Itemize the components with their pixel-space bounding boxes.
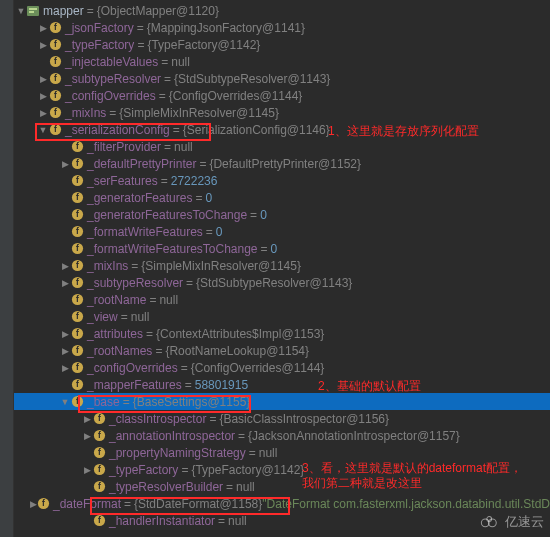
tree-row[interactable]: ▶f_typeFactory={TypeFactory@1142} [14, 36, 550, 53]
field-icon: f [48, 21, 62, 35]
svg-text:f: f [54, 90, 57, 100]
field-name: _propertyNamingStrategy [109, 446, 246, 460]
tree-row[interactable]: ▶f_mixIns={SimpleMixInResolver@1145} [14, 257, 550, 274]
chevron-right-icon[interactable]: ▶ [60, 363, 70, 373]
field-icon: f [70, 310, 84, 324]
tree-row[interactable]: f_view=null [14, 308, 550, 325]
tree-row[interactable]: ▶f_attributes={ContextAttributes$Impl@11… [14, 325, 550, 342]
tree-row[interactable]: ▼f_base={BaseSettings@1155} [14, 393, 550, 410]
tree-row[interactable]: f_formatWriteFeaturesToChange=0 [14, 240, 550, 257]
tree-row[interactable]: ▶f_subtypeResolver={StdSubtypeResolver@1… [14, 70, 550, 87]
chevron-right-icon[interactable]: ▶ [82, 431, 92, 441]
field-value: null [174, 140, 193, 154]
field-value: null [228, 514, 247, 528]
field-name: _generatorFeatures [87, 191, 192, 205]
chevron-right-icon[interactable]: ▶ [38, 40, 48, 50]
field-value: 58801915 [195, 378, 248, 392]
field-value: {SerializationConfig@1146} [183, 123, 330, 137]
field-value: {DefaultPrettyPrinter@1152} [209, 157, 361, 171]
field-icon: f [48, 38, 62, 52]
arrow-placeholder [82, 516, 92, 526]
field-value: null [159, 293, 178, 307]
field-icon: f [70, 140, 84, 154]
field-name: _configOverrides [87, 361, 178, 375]
arrow-placeholder [60, 380, 70, 390]
tree-row[interactable]: f_formatWriteFeatures=0 [14, 223, 550, 240]
tree-root-row[interactable]: ▼ mapper = {ObjectMapper@1120} [14, 2, 550, 19]
svg-text:f: f [98, 464, 101, 474]
svg-text:f: f [76, 345, 79, 355]
svg-text:f: f [76, 328, 79, 338]
tree-row[interactable]: f_handlerInstantiator=null [14, 512, 550, 529]
chevron-right-icon[interactable]: ▶ [30, 499, 37, 509]
tree-row[interactable]: f_serFeatures=2722236 [14, 172, 550, 189]
field-value: 0 [216, 225, 223, 239]
annotation-1: 1、这里就是存放序列化配置 [328, 124, 479, 139]
tree-row[interactable]: f_propertyNamingStrategy=null [14, 444, 550, 461]
chevron-down-icon[interactable]: ▼ [38, 125, 48, 135]
chevron-right-icon[interactable]: ▶ [38, 108, 48, 118]
field-name: _formatWriteFeatures [87, 225, 203, 239]
tree-row[interactable]: f_generatorFeatures=0 [14, 189, 550, 206]
field-value: {SimpleMixInResolver@1145} [141, 259, 301, 273]
field-icon: f [70, 327, 84, 341]
field-icon: f [92, 412, 106, 426]
field-icon: f [70, 242, 84, 256]
chevron-down-icon[interactable]: ▼ [60, 397, 70, 407]
field-icon: f [92, 429, 106, 443]
tree-row[interactable]: ▶f_dateFormat={StdDateFormat@1158} "Date… [14, 495, 550, 512]
field-icon: f [37, 497, 50, 511]
field-value: 0 [260, 208, 267, 222]
tree-row[interactable]: f_mapperFeatures=58801915 [14, 376, 550, 393]
root-name: mapper [43, 4, 84, 18]
svg-text:f: f [54, 124, 57, 134]
watermark: 亿速云 [479, 513, 544, 531]
tree-row[interactable]: ▶f_annotationIntrospector={JacksonAnnota… [14, 427, 550, 444]
field-icon: f [70, 276, 84, 290]
field-icon: f [92, 463, 106, 477]
chevron-right-icon[interactable]: ▶ [82, 465, 92, 475]
chevron-right-icon[interactable]: ▶ [60, 329, 70, 339]
chevron-right-icon[interactable]: ▶ [38, 74, 48, 84]
svg-text:f: f [76, 226, 79, 236]
field-value: null [131, 310, 150, 324]
tree-row[interactable]: f_rootName=null [14, 291, 550, 308]
tree-row[interactable]: ▶f_jsonFactory={MappingJsonFactory@1141} [14, 19, 550, 36]
chevron-right-icon[interactable]: ▶ [60, 346, 70, 356]
field-value: {JacksonAnnotationIntrospector@1157} [248, 429, 460, 443]
svg-text:f: f [98, 481, 101, 491]
chevron-right-icon[interactable]: ▶ [82, 414, 92, 424]
field-name: _serFeatures [87, 174, 158, 188]
tree-row[interactable]: ▶f_subtypeResolver={StdSubtypeResolver@1… [14, 274, 550, 291]
svg-rect-1 [29, 8, 37, 10]
svg-text:f: f [76, 175, 79, 185]
field-name: _subtypeResolver [65, 72, 161, 86]
tree-row[interactable]: ▶f_mixIns={SimpleMixInResolver@1145} [14, 104, 550, 121]
svg-text:f: f [76, 379, 79, 389]
chevron-right-icon[interactable]: ▶ [60, 278, 70, 288]
tree-row[interactable]: ▶f_defaultPrettyPrinter={DefaultPrettyPr… [14, 155, 550, 172]
field-icon: f [48, 106, 62, 120]
svg-text:f: f [42, 498, 45, 508]
svg-rect-2 [29, 11, 34, 13]
arrow-placeholder [60, 244, 70, 254]
field-name: _classIntrospector [109, 412, 206, 426]
annotation-3: 3、看，这里就是默认的dateformat配置，我们第二种就是改这里 [302, 461, 532, 491]
svg-text:f: f [98, 447, 101, 457]
chevron-right-icon[interactable]: ▶ [60, 159, 70, 169]
chevron-right-icon[interactable]: ▶ [60, 261, 70, 271]
tree-row[interactable]: f_generatorFeaturesToChange=0 [14, 206, 550, 223]
field-value: {TypeFactory@1142} [191, 463, 304, 477]
tree-row[interactable]: ▶f_configOverrides={ConfigOverrides@1144… [14, 87, 550, 104]
tree-row[interactable]: f_filterProvider=null [14, 138, 550, 155]
tree-row[interactable]: f_injectableValues=null [14, 53, 550, 70]
field-value: {MappingJsonFactory@1141} [147, 21, 305, 35]
tree-row[interactable]: ▶f_rootNames={RootNameLookup@1154} [14, 342, 550, 359]
svg-text:f: f [54, 56, 57, 66]
chevron-right-icon[interactable]: ▶ [38, 23, 48, 33]
field-icon: f [92, 514, 106, 528]
chevron-right-icon[interactable]: ▶ [38, 91, 48, 101]
tree-row[interactable]: ▶f_classIntrospector={BasicClassIntrospe… [14, 410, 550, 427]
chevron-down-icon[interactable]: ▼ [16, 6, 26, 16]
tree-row[interactable]: ▶f_configOverrides={ConfigOverrides@1144… [14, 359, 550, 376]
